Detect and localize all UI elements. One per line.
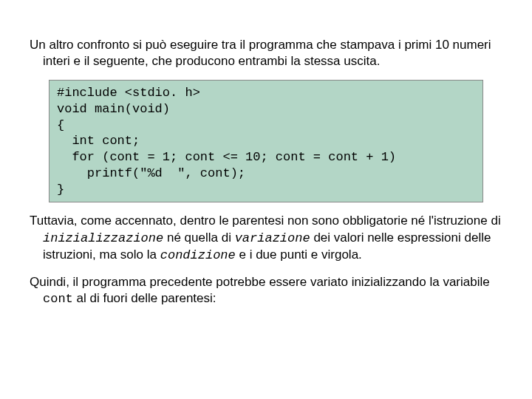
intro-paragraph: Un altro confronto si può eseguire tra i…	[30, 37, 502, 69]
slide-content: Un altro confronto si può eseguire tra i…	[0, 0, 532, 337]
p2-text-a: Tuttavia, come accennato, dentro le pare…	[30, 214, 501, 228]
p2-text-d: e i due punti e virgola.	[236, 248, 362, 262]
p3-text-a: Quindi, il programma precedente potrebbe…	[30, 275, 490, 289]
keyword-variazione: variazione	[235, 231, 310, 245]
paragraph-3: Quindi, il programma precedente potrebbe…	[30, 274, 502, 307]
code-block: #include <stdio. h> void main(void) { in…	[49, 80, 483, 202]
keyword-condizione: condizione	[160, 248, 236, 262]
p2-text-b: né quella di	[163, 231, 234, 245]
keyword-inizializzazione: inizializzazione	[43, 231, 163, 245]
intro-text: Un altro confronto si può eseguire tra i…	[30, 38, 491, 68]
p3-text-b: al di fuori delle parentesi:	[73, 291, 216, 305]
code-text: #include <stdio. h> void main(void) { in…	[57, 86, 396, 197]
paragraph-2: Tuttavia, come accennato, dentro le pare…	[30, 213, 502, 263]
keyword-cont: cont	[43, 292, 73, 306]
